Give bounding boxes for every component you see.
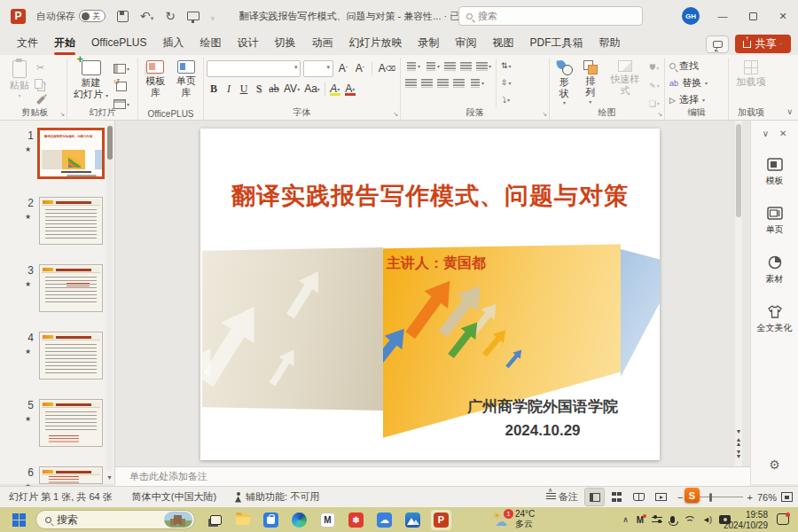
sidebar-item-beautify[interactable]: 全文美化: [751, 305, 798, 334]
accessibility-status[interactable]: 辅助功能: 不可用: [234, 490, 319, 504]
cut-button[interactable]: ✂: [33, 60, 48, 75]
italic-button[interactable]: I: [222, 81, 236, 97]
slide-title-text[interactable]: 翻译实践报告写作模式、问题与对策: [200, 180, 660, 212]
arrange-button[interactable]: 排列▾: [578, 59, 602, 111]
tab-review[interactable]: 审阅: [447, 32, 484, 56]
increase-indent-button[interactable]: [458, 59, 473, 74]
tab-officeplus[interactable]: OfficePLUS: [83, 33, 154, 54]
thumbnail-image[interactable]: [39, 264, 103, 312]
quick-access-dropdown[interactable]: ▿: [211, 10, 215, 22]
previous-slide-button[interactable]: ▲▲: [736, 437, 742, 447]
undo-button[interactable]: ↶▾: [140, 10, 153, 22]
change-case-button[interactable]: Aa▾: [302, 81, 322, 97]
normal-view-button[interactable]: [585, 489, 604, 505]
select-button[interactable]: ▷选择▾: [669, 92, 725, 107]
share-button[interactable]: 共享▾: [735, 35, 791, 53]
clipboard-dialog-launcher[interactable]: ↘: [59, 111, 65, 118]
scroll-down-icon[interactable]: ▼: [106, 474, 113, 481]
thumbnail-scrollbar[interactable]: ▼: [106, 124, 113, 479]
taskbar-search-input[interactable]: 搜索: [35, 510, 195, 529]
slideshow-quick-button[interactable]: [187, 12, 200, 20]
thumbnail-image[interactable]: [39, 332, 103, 379]
close-button[interactable]: ✕: [768, 0, 798, 32]
scrollbar-thumb[interactable]: [736, 124, 741, 217]
presenter-text[interactable]: 主讲人：黄国都: [387, 254, 486, 273]
font-name-select[interactable]: [207, 60, 301, 77]
task-view-icon[interactable]: [204, 510, 224, 530]
tray-microphone-icon[interactable]: [670, 516, 675, 523]
tray-settings-icon[interactable]: [652, 516, 662, 524]
slide-canvas[interactable]: 翻译实践报告写作模式、问题与对策: [200, 129, 660, 460]
find-button[interactable]: 查找: [669, 59, 725, 74]
sidebar-item-template[interactable]: 模板: [751, 158, 798, 187]
sidebar-close-icon[interactable]: ✕: [779, 129, 786, 138]
powerpoint-taskbar-icon[interactable]: P: [431, 510, 451, 530]
bullets-button[interactable]: ▾: [403, 59, 422, 74]
quick-styles-button[interactable]: 快速样式: [604, 59, 645, 111]
tab-transitions[interactable]: 切换: [266, 32, 303, 56]
tray-expand-icon[interactable]: ∧: [622, 515, 629, 524]
zoom-in-button[interactable]: +: [747, 492, 753, 503]
organization-text[interactable]: 广州商学院外国语学院: [401, 396, 660, 417]
sidebar-item-assets[interactable]: 素材: [751, 255, 798, 286]
notes-toggle-button[interactable]: 备注: [546, 490, 578, 504]
tab-insert[interactable]: 插入: [154, 32, 192, 56]
zoom-out-button[interactable]: −: [677, 492, 683, 503]
microsoft-store-icon[interactable]: [261, 510, 281, 530]
shape-fill-button[interactable]: ⛊▾: [647, 60, 661, 75]
clear-formatting-button[interactable]: A⌫: [377, 60, 397, 76]
copy-button[interactable]: ▾: [33, 76, 48, 91]
replace-button[interactable]: ab替换▾: [669, 75, 725, 90]
thumbnail-image[interactable]: [39, 466, 103, 484]
font-dialog-launcher[interactable]: ↘: [393, 111, 398, 118]
align-right-button[interactable]: [435, 75, 450, 90]
reading-view-button[interactable]: [630, 489, 648, 505]
tab-help[interactable]: 帮助: [591, 32, 628, 56]
comments-button[interactable]: [706, 35, 729, 53]
start-button[interactable]: [12, 513, 26, 527]
grow-font-button[interactable]: Aˆ: [336, 60, 350, 76]
titlebar-search-input[interactable]: 搜索: [458, 6, 643, 26]
wifi-icon[interactable]: [683, 515, 694, 524]
thumbnail-image[interactable]: [39, 197, 103, 245]
huawei-app-icon[interactable]: ✽: [346, 510, 366, 530]
tab-record[interactable]: 录制: [410, 32, 447, 56]
tab-file[interactable]: 文件: [9, 32, 46, 56]
paste-button[interactable]: 粘贴▾: [6, 59, 33, 107]
addins-button[interactable]: 加载项: [732, 59, 771, 90]
template-library-button[interactable]: 模板库: [141, 59, 170, 99]
scrollbar-thumb[interactable]: [107, 126, 113, 160]
bold-button[interactable]: B: [207, 81, 221, 97]
shrink-font-button[interactable]: Aˇ: [353, 60, 367, 76]
m-app-icon[interactable]: M: [317, 510, 338, 530]
numbering-button[interactable]: ▾: [423, 59, 442, 74]
redo-button[interactable]: ↻: [165, 10, 176, 22]
tray-m-notification-icon[interactable]: M: [637, 515, 644, 525]
drawing-dialog-launcher[interactable]: ↘: [657, 111, 662, 118]
zoom-slider-knob[interactable]: [709, 493, 713, 502]
notification-center-icon[interactable]: [777, 513, 789, 525]
fit-to-window-icon[interactable]: [781, 492, 793, 502]
scroll-down-icon[interactable]: ▼: [736, 429, 742, 434]
reset-slide-button[interactable]: [112, 79, 131, 94]
tab-animations[interactable]: 动画: [303, 32, 340, 56]
slide-sorter-view-button[interactable]: [607, 489, 626, 505]
line-spacing-button[interactable]: ▾: [474, 59, 493, 74]
font-size-select[interactable]: [303, 60, 333, 77]
align-center-button[interactable]: [419, 75, 434, 90]
justify-button[interactable]: [451, 75, 466, 90]
thumbnail-image[interactable]: 翻译实践报告写作模式、问题与对策: [39, 129, 103, 177]
page-library-button[interactable]: 单页库: [172, 59, 201, 99]
slide-editing-area[interactable]: 翻译实践报告写作模式、问题与对策: [115, 121, 743, 466]
maximize-button[interactable]: [738, 0, 768, 32]
font-color-button[interactable]: A▾: [343, 81, 357, 97]
blue-panel-shape[interactable]: [621, 246, 660, 379]
floating-screenshot-tool-icon[interactable]: S: [685, 488, 700, 503]
next-slide-button[interactable]: ▼▼: [736, 450, 742, 459]
weather-widget[interactable]: ☀ ☁ 1 24°C 多云: [493, 509, 535, 528]
collapse-ribbon-button[interactable]: ∨: [786, 107, 793, 116]
edge-browser-icon[interactable]: [289, 510, 309, 530]
autosave-switch-icon[interactable]: 关: [79, 10, 106, 22]
slide-layout-button[interactable]: ▾: [112, 61, 131, 76]
tab-slideshow[interactable]: 幻灯片放映: [340, 32, 410, 56]
